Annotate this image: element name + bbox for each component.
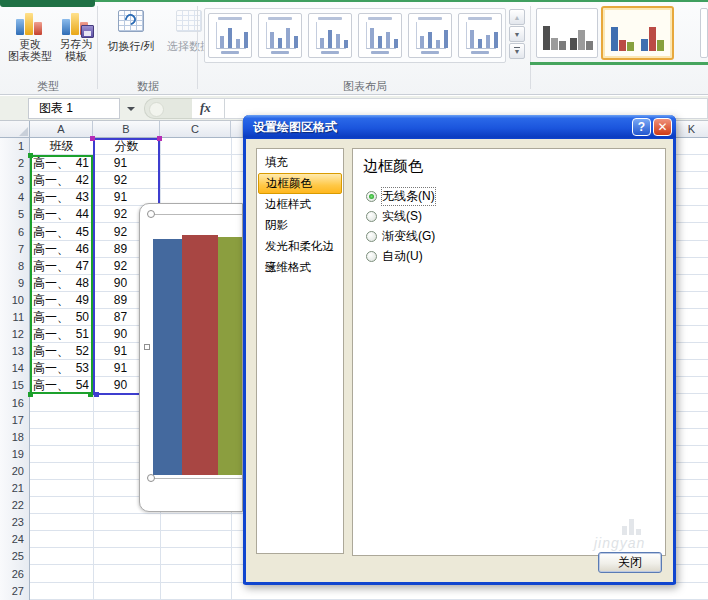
plot-selection-handle[interactable] xyxy=(147,474,155,482)
row-header-3[interactable]: 3 xyxy=(0,172,24,189)
row-header-8[interactable]: 8 xyxy=(0,258,24,275)
row-header-16[interactable]: 16 xyxy=(0,395,24,412)
gallery-more-button[interactable]: ▼ xyxy=(509,43,525,59)
row-header-24[interactable]: 24 xyxy=(0,531,24,548)
column-header-partial[interactable] xyxy=(231,121,243,137)
layout-thumbnail-3[interactable] xyxy=(308,13,352,58)
layout-thumbnail-6[interactable] xyxy=(458,13,502,58)
radio-label[interactable]: 自动(U) xyxy=(382,248,423,265)
row-header-21[interactable]: 21 xyxy=(0,480,24,497)
range-handle[interactable] xyxy=(94,392,99,397)
chart-style-color-thumbnail-selected[interactable] xyxy=(601,6,674,60)
layout-thumbnail-2[interactable] xyxy=(258,13,302,58)
row-header-11[interactable]: 11 xyxy=(0,309,24,326)
thumb-plot xyxy=(466,22,496,49)
row-header-17[interactable]: 17 xyxy=(0,412,24,429)
radio-button[interactable] xyxy=(366,251,377,262)
border-color-radio-group: 无线条(N)实线(S)渐变线(G)自动(U) xyxy=(353,186,665,266)
chart-bar-red[interactable] xyxy=(182,235,218,475)
chart-bar-olive[interactable] xyxy=(218,237,243,475)
plot-selection-handle[interactable] xyxy=(147,210,155,218)
dialog-nav-item-5[interactable]: 发光和柔化边缘 xyxy=(258,236,342,257)
gallery-scroll-down-button[interactable]: ▼ xyxy=(509,26,525,42)
dialog-nav-item-2[interactable]: 边框颜色 xyxy=(258,173,342,194)
select-all-corner[interactable] xyxy=(0,121,30,138)
cell-a1[interactable]: 班级 xyxy=(30,138,93,155)
gallery-scroll-up-button[interactable]: ▲ xyxy=(509,9,525,25)
radio-label[interactable]: 无线条(N) xyxy=(382,188,435,205)
change-chart-type-button[interactable]: 更改 图表类型 xyxy=(6,9,54,62)
row-header-4[interactable]: 4 xyxy=(0,189,24,206)
group-label-type: 类型 xyxy=(0,79,96,94)
row-header-22[interactable]: 22 xyxy=(0,497,24,514)
embedded-chart[interactable] xyxy=(139,203,243,512)
dialog-titlebar[interactable]: 设置绘图区格式 ? ✕ xyxy=(243,115,676,139)
switch-row-column-button[interactable]: 切换行/列 xyxy=(102,10,160,54)
range-handle[interactable] xyxy=(28,392,33,397)
layout-thumbnail-4[interactable] xyxy=(358,13,402,58)
column-header-c[interactable]: C xyxy=(160,121,231,137)
help-button[interactable]: ? xyxy=(632,118,651,136)
switch-row-column-icon xyxy=(118,10,144,32)
row-header-6[interactable]: 6 xyxy=(0,224,24,241)
thumb-bar xyxy=(428,32,432,48)
row-header-10[interactable]: 10 xyxy=(0,292,24,309)
layout-thumbnail-5[interactable] xyxy=(408,13,452,58)
range-handle[interactable] xyxy=(157,136,162,141)
radio-label[interactable]: 渐变线(G) xyxy=(382,228,435,245)
chart-style-partial-thumbnail[interactable] xyxy=(700,8,708,58)
style-bar-cluster xyxy=(570,30,593,50)
radio-button[interactable] xyxy=(366,231,377,242)
range-handle[interactable] xyxy=(90,136,95,141)
row-header-14[interactable]: 14 xyxy=(0,360,24,377)
row-header-1[interactable]: 1 xyxy=(0,138,24,155)
range-handle[interactable] xyxy=(88,392,93,397)
dialog-nav-item-4[interactable]: 阴影 xyxy=(258,215,342,236)
radio-label[interactable]: 实线(S) xyxy=(382,208,422,225)
row-header-9[interactable]: 9 xyxy=(0,275,24,292)
row-header-18[interactable]: 18 xyxy=(0,429,24,446)
thumb-bar xyxy=(336,34,340,48)
thumb-caption-strip xyxy=(421,51,440,54)
thumb-title-strip xyxy=(468,17,492,20)
row-header-19[interactable]: 19 xyxy=(0,446,24,463)
row-header-2[interactable]: 2 xyxy=(0,155,24,172)
thumb-bar xyxy=(394,39,398,48)
save-as-template-button[interactable]: 另存为 模板 xyxy=(52,9,100,62)
row-header-27[interactable]: 27 xyxy=(0,583,24,600)
row-header-7[interactable]: 7 xyxy=(0,241,24,258)
thumb-bar xyxy=(494,32,498,48)
dialog-content-panel: 边框颜色 无线条(N)实线(S)渐变线(G)自动(U) xyxy=(352,148,666,556)
thumb-title-strip xyxy=(318,17,342,20)
close-button[interactable]: 关闭 xyxy=(598,552,662,573)
row-header-26[interactable]: 26 xyxy=(0,566,24,583)
name-box[interactable]: 图表 1 xyxy=(28,98,120,119)
row-header-23[interactable]: 23 xyxy=(0,514,24,531)
name-box-dropdown-icon[interactable] xyxy=(121,98,140,119)
chart-bar-blue[interactable] xyxy=(153,239,182,475)
row-header-12[interactable]: 12 xyxy=(0,326,24,343)
row-header-20[interactable]: 20 xyxy=(0,463,24,480)
styles-group-underline xyxy=(530,62,708,65)
thumb-caption-strip xyxy=(221,51,240,54)
close-x-button[interactable]: ✕ xyxy=(653,118,672,136)
layout-thumbnail-1[interactable] xyxy=(208,13,252,58)
row-header-15[interactable]: 15 xyxy=(0,377,24,394)
column-header-a[interactable]: A xyxy=(30,121,93,137)
radio-button[interactable] xyxy=(366,211,377,222)
dialog-nav-item-1[interactable]: 填充 xyxy=(258,152,342,173)
column-header-b[interactable]: B xyxy=(93,121,160,137)
radio-button[interactable] xyxy=(366,191,377,202)
thumb-bar xyxy=(320,38,324,48)
row-header-5[interactable]: 5 xyxy=(0,206,24,223)
dialog-nav-item-3[interactable]: 边框样式 xyxy=(258,194,342,215)
plot-selection-handle[interactable] xyxy=(144,344,150,350)
column-header-k[interactable]: K xyxy=(675,121,708,137)
thumb-bar xyxy=(220,36,224,48)
range-handle[interactable] xyxy=(28,153,33,158)
row-header-13[interactable]: 13 xyxy=(0,343,24,360)
row-header-25[interactable]: 25 xyxy=(0,548,24,565)
style-bar-cluster xyxy=(611,27,634,51)
chart-style-gray-thumbnail[interactable] xyxy=(536,8,598,58)
dialog-nav-item-6[interactable]: 三维格式 xyxy=(258,257,342,278)
